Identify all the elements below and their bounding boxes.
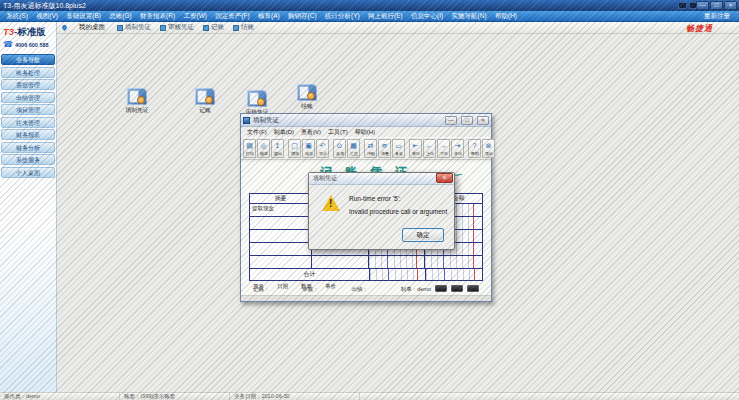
summary-cell[interactable]	[250, 256, 312, 268]
toolbar-button-label: 打印	[245, 150, 253, 155]
menu-item[interactable]: 固定资产(F)	[211, 11, 254, 21]
sidebar-item[interactable]: 项目管理	[1, 104, 55, 115]
chip-icon[interactable]	[451, 285, 463, 292]
toolbar-next-button[interactable]: →下张	[437, 139, 450, 158]
desktop-icon[interactable]: 填制凭证	[117, 88, 157, 115]
sidebar-item[interactable]: 个人桌面	[1, 167, 55, 178]
quick-link[interactable]: 审核凭证	[160, 23, 194, 32]
summary-cell[interactable]: 提取现金	[250, 204, 312, 216]
error-line-2: Invalid procedure call or argument	[349, 208, 447, 215]
error-dialog-close-button[interactable]: ×	[436, 173, 453, 183]
voucher-total-row: 合计	[250, 269, 482, 280]
desktop-icon-label: 记账	[185, 106, 225, 115]
menu-item[interactable]: 视图(V)	[32, 11, 62, 21]
toolbar-last-button[interactable]: ⇥末张	[451, 139, 464, 158]
error-line-1: Run-time error '5':	[349, 195, 401, 202]
toolbar-button-label: 流量	[380, 150, 388, 155]
toolbar-button-label: 备查	[394, 150, 402, 155]
minimize-button[interactable]: —	[696, 1, 709, 10]
toolbar-save-button[interactable]: ▣保存	[302, 139, 315, 158]
sidebar-item[interactable]: 账务处理	[1, 67, 55, 78]
desktop-icon-label: 结账	[287, 102, 327, 111]
voucher-close-button[interactable]: ×	[477, 116, 489, 125]
sidebar-item[interactable]: 系统服务	[1, 154, 55, 165]
menu-item[interactable]: 工资(W)	[179, 11, 211, 21]
toolbar-export-button[interactable]: ↥输出	[271, 139, 284, 158]
voucher-menu-item[interactable]: 工具(T)	[325, 128, 351, 137]
phone-icon: ☎	[3, 41, 13, 49]
sidebar-item[interactable]: 出纳管理	[1, 92, 55, 103]
debit-cell[interactable]	[369, 256, 425, 268]
error-dialog-titlebar[interactable]: 填制凭证 ×	[309, 173, 454, 185]
voucher-book-icon	[127, 88, 147, 105]
toolbar-discard-button[interactable]: ↶放弃	[316, 139, 329, 158]
menu-item[interactable]: 财务报表(R)	[136, 11, 179, 21]
summary-cell[interactable]	[250, 230, 312, 242]
voucher-menu-item[interactable]: 文件(F)	[244, 128, 270, 137]
t3-logo-suffix: -标准版	[14, 26, 46, 37]
toolbar-cashflow-button[interactable]: ≋流量	[378, 139, 391, 158]
menu-item[interactable]: 实施导航(N)	[447, 11, 490, 21]
sidebar-item[interactable]: 往来管理	[1, 117, 55, 128]
sidebar-header[interactable]: 业务导航	[1, 54, 55, 65]
chanjet-logo: 畅捷通	[686, 23, 713, 34]
toolbar-reference-button[interactable]: ▭备查	[392, 139, 405, 158]
menu-item[interactable]: 信息中心(I)	[407, 11, 448, 21]
titlebar-plugin-icon[interactable]	[678, 2, 687, 9]
toolbar-add-button[interactable]: ▢增加	[288, 139, 301, 158]
status-segment: 业务日期：2010-06-30	[230, 393, 360, 400]
summary-cell[interactable]	[250, 217, 312, 229]
menu-item[interactable]: 帮助(H)	[491, 11, 521, 21]
quick-link[interactable]: 记账	[203, 23, 224, 32]
ok-button[interactable]: 确定	[402, 228, 444, 242]
desktop-icon-label: 填制凭证	[117, 106, 157, 115]
voucher-bottom-chips	[435, 285, 479, 292]
app-screen: T3-用友通标准版10.8plus2 — □ × 系统(S)视图(V)基础设置(…	[0, 0, 739, 400]
maximize-button[interactable]: □	[710, 1, 723, 10]
menu-item[interactable]: 总账(G)	[105, 11, 136, 21]
main-menubar: 系统(S)视图(V)基础设置(B)总账(G)财务报表(R)工资(W)固定资产(F…	[0, 11, 739, 22]
voucher-menu-item[interactable]: 帮助(H)	[352, 128, 378, 137]
toolbar-button-label: 查询	[335, 150, 343, 155]
menu-item[interactable]: 网上银行(E)	[364, 11, 407, 21]
toolbar-previous-button[interactable]: ←上张	[423, 139, 436, 158]
toolbar-preview-button[interactable]: ◎预览	[257, 139, 270, 158]
toolbar-help-button[interactable]: ?帮助	[468, 139, 481, 158]
desktop-icon[interactable]: 记账	[185, 88, 225, 115]
toolbar-reverse-button[interactable]: ⇄冲销	[364, 139, 377, 158]
quick-link[interactable]: 结账	[233, 23, 254, 32]
toolbar-exit-button[interactable]: ⊗退出	[482, 139, 495, 158]
tab-my-desktop[interactable]: 我的桌面	[76, 23, 108, 32]
toolbar-query-button[interactable]: ⊙查询	[333, 139, 346, 158]
shortcut-tabbar: 我的桌面 填制凭证审核凭证记账结账 畅捷通	[57, 22, 739, 34]
menu-item[interactable]: 系统(S)	[2, 11, 32, 21]
toolbar-summary-button[interactable]: ▦汇总	[347, 139, 360, 158]
credit-cell[interactable]	[425, 256, 481, 268]
signature-field: 记账：	[253, 286, 270, 293]
toolbar-first-button[interactable]: ⇤首张	[409, 139, 422, 158]
toolbar-print-button[interactable]: ▤打印	[243, 139, 256, 158]
desktop-icon[interactable]: 结账	[287, 84, 327, 111]
discard-icon: ↶	[320, 142, 326, 150]
account-cell[interactable]	[312, 256, 369, 268]
chip-icon[interactable]	[435, 285, 447, 292]
sidebar-item[interactable]: 财务分析	[1, 142, 55, 153]
menu-item-right[interactable]: 重新注册	[699, 11, 735, 21]
summary-cell[interactable]	[250, 243, 312, 255]
voucher-menu-item[interactable]: 制单(D)	[271, 128, 297, 137]
quick-link[interactable]: 填制凭证	[117, 23, 151, 32]
status-segment: 操作员：demo	[0, 393, 120, 400]
sidebar-item[interactable]: 票据管理	[1, 79, 55, 90]
voucher-menu-item[interactable]: 查看(V)	[298, 128, 324, 137]
chip-icon[interactable]	[467, 285, 479, 292]
voucher-minimize-button[interactable]: —	[445, 116, 457, 125]
menu-item[interactable]: 购销存(C)	[284, 11, 321, 21]
voucher-maximize-button[interactable]: □	[461, 116, 473, 125]
menu-item[interactable]: 基础设置(B)	[62, 11, 105, 21]
menu-item[interactable]: 核算(A)	[254, 11, 284, 21]
voucher-titlebar[interactable]: 填制凭证 — □ ×	[241, 114, 491, 127]
menu-item[interactable]: 统计分析(Y)	[321, 11, 364, 21]
toolbar-button-label: 帮助	[470, 150, 478, 155]
sidebar-item[interactable]: 财务报表	[1, 129, 55, 140]
close-button[interactable]: ×	[724, 1, 737, 10]
